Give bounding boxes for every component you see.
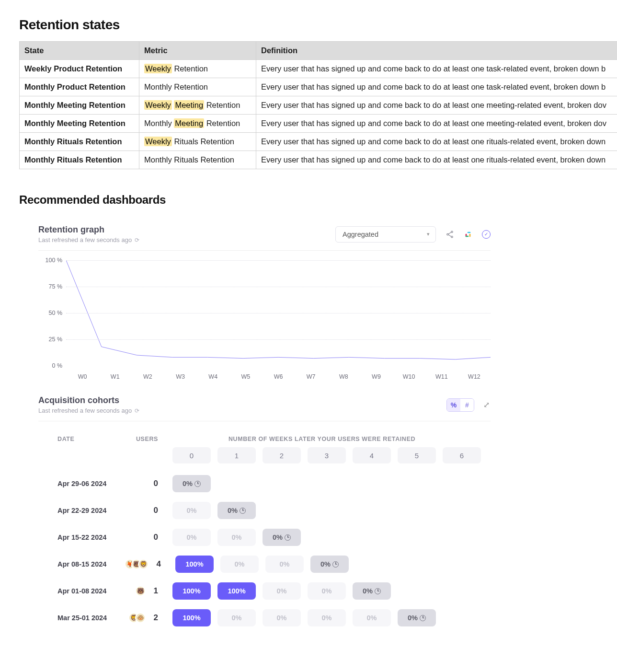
user-count: 0 <box>149 506 158 515</box>
cell-metric: Monthly Meeting Retention <box>139 115 256 133</box>
cell-value: 0% <box>322 614 332 622</box>
svg-point-2 <box>451 236 453 237</box>
cohort-cell[interactable]: 0% <box>172 529 211 546</box>
cell-value: 0% <box>277 614 287 622</box>
table-row: Monthly Meeting RetentionMonthly Meeting… <box>20 115 617 133</box>
svg-rect-6 <box>468 232 471 233</box>
cohort-users: 🦊🐻🦁4 <box>125 559 175 569</box>
svg-line-4 <box>448 234 451 236</box>
percent-count-toggle: % # <box>446 398 474 412</box>
cell-state: Monthly Meeting Retention <box>20 115 139 133</box>
cohort-cell[interactable]: 0% <box>217 529 256 546</box>
cohort-cells: 0%0% <box>172 502 256 519</box>
cell-value: 100% <box>228 587 245 595</box>
cohort-cell[interactable]: 0% <box>220 556 259 573</box>
toggle-count[interactable]: # <box>460 399 474 411</box>
retention-graph-title-block: Retention graph Last refreshed a few sec… <box>38 225 139 243</box>
y-tick-label: 50 % <box>38 310 62 316</box>
cell-metric: Weekly Meeting Retention <box>139 96 256 115</box>
cohort-row: Apr 08-15 2024🦊🐻🦁4100%0%0%0% <box>57 551 471 578</box>
table-row: Monthly Rituals RetentionMonthly Rituals… <box>20 151 617 169</box>
week-chip: 4 <box>353 447 391 463</box>
cell-value: 100% <box>183 587 200 595</box>
grid-line <box>66 260 491 261</box>
cohorts-title-block: Acquisition cohorts Last refreshed a few… <box>38 395 139 414</box>
grid-line <box>66 287 491 287</box>
slack-icon[interactable] <box>464 230 472 239</box>
x-tick-label: W1 <box>99 373 131 380</box>
cohort-cell[interactable]: 100% <box>217 582 256 600</box>
cohort-cell[interactable]: 0% <box>308 609 346 626</box>
cell-def: Every user that has signed up and come b… <box>256 115 617 133</box>
avatar: 🐵 <box>135 613 146 623</box>
expand-icon[interactable] <box>482 401 491 409</box>
cell-state: Weekly Product Retention <box>20 60 139 78</box>
col-def: Definition <box>256 42 617 60</box>
cohort-cell[interactable]: 0% <box>353 609 391 626</box>
cohort-date: Apr 01-08 2024 <box>57 587 125 595</box>
retention-table: State Metric Definition Weekly Product R… <box>19 41 617 169</box>
clock-icon <box>420 615 426 621</box>
cohort-cell[interactable]: 0% <box>263 609 301 626</box>
aggregation-select[interactable]: Aggregated <box>335 226 436 243</box>
week-chip: 1 <box>217 447 256 463</box>
cohort-cell[interactable]: 0% <box>310 556 349 573</box>
cell-value: 0% <box>235 560 245 568</box>
cohort-cell[interactable]: 0% <box>172 475 211 492</box>
cell-value: 0% <box>363 587 373 595</box>
x-tick-label: W2 <box>131 373 164 380</box>
cell-value: 100% <box>183 614 200 622</box>
cell-metric: Monthly Retention <box>139 78 256 96</box>
y-tick-label: 25 % <box>38 336 62 343</box>
cohort-cell[interactable]: 0% <box>263 582 301 600</box>
cohort-cell[interactable]: 0% <box>172 502 211 519</box>
avatar: 🐻 <box>135 586 146 596</box>
cohort-date: Apr 15-22 2024 <box>57 533 125 541</box>
cohort-cell[interactable]: 0% <box>265 556 304 573</box>
cohort-cell[interactable]: 0% <box>217 502 256 519</box>
cohort-cell[interactable]: 0% <box>353 582 391 600</box>
cohort-row: Apr 01-08 2024🐻1100%100%0%0%0% <box>57 578 471 604</box>
clock-icon <box>375 588 381 594</box>
cohort-row: Apr 22-29 202400%0% <box>57 497 471 524</box>
x-tick-label: W5 <box>229 373 262 380</box>
cell-value: 0% <box>322 587 332 595</box>
cohort-cell[interactable]: 100% <box>172 609 211 626</box>
cell-value: 0% <box>228 507 238 514</box>
cohort-cell[interactable]: 100% <box>172 582 211 600</box>
cell-value: 0% <box>273 533 283 541</box>
refresh-icon[interactable] <box>135 407 139 414</box>
avatar-stack: 🦁🐵 <box>128 613 146 623</box>
svg-rect-7 <box>469 233 471 237</box>
cell-state: Monthly Meeting Retention <box>20 96 139 115</box>
cohorts-title: Acquisition cohorts <box>38 395 139 406</box>
share-icon[interactable] <box>446 230 454 239</box>
svg-rect-8 <box>466 235 469 237</box>
cohort-cell[interactable]: 0% <box>398 609 436 626</box>
cell-def: Every user that has signed up and come b… <box>256 96 617 115</box>
toggle-percent[interactable]: % <box>447 399 460 411</box>
grid-line <box>66 313 491 313</box>
user-count: 1 <box>149 586 158 596</box>
refresh-icon[interactable] <box>135 236 139 243</box>
cohort-users: 🦁🐵2 <box>125 613 172 623</box>
cohort-table: DATE USERS NUMBER OF WEEKS LATER YOUR US… <box>38 421 491 631</box>
cohort-users: 🐻1 <box>125 586 172 596</box>
cohort-cells: 100%0%0%0% <box>175 556 349 573</box>
cell-def: Every user that has signed up and come b… <box>256 78 617 96</box>
x-tick-label: W6 <box>262 373 295 380</box>
cohort-date: Apr 29-06 2024 <box>57 480 125 487</box>
retention-states-heading: Retention states <box>19 17 617 33</box>
cohort-cell[interactable]: 0% <box>308 582 346 600</box>
cohort-row: Mar 25-01 2024🦁🐵2100%0%0%0%0%0% <box>57 604 471 631</box>
cohort-cell[interactable]: 0% <box>263 529 301 546</box>
verified-icon[interactable]: ✓ <box>482 230 491 239</box>
cell-state: Monthly Rituals Retention <box>20 151 139 169</box>
cohort-cell[interactable]: 0% <box>217 609 256 626</box>
svg-point-1 <box>447 233 448 235</box>
cohort-row: Apr 29-06 202400% <box>57 470 471 497</box>
cohort-cells: 0% <box>172 475 211 492</box>
cohort-cell[interactable]: 100% <box>175 556 214 573</box>
week-chip: 5 <box>398 447 436 463</box>
cell-value: 100% <box>185 560 203 568</box>
